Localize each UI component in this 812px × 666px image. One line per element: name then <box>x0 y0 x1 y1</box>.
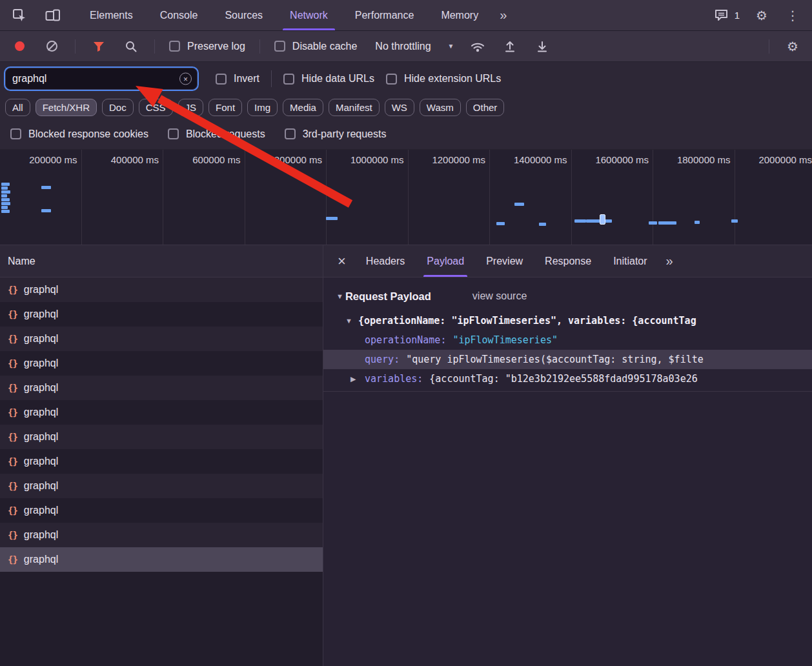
filter-toggle-button[interactable] <box>90 37 108 56</box>
request-row[interactable]: {}graphql <box>0 425 323 449</box>
waterfall-overview[interactable]: 200000 ms400000 ms600000 ms800000 ms1000… <box>0 150 812 245</box>
checkbox-box <box>216 74 227 85</box>
tab-memory[interactable]: Memory <box>427 0 492 30</box>
request-row[interactable]: {}graphql <box>0 302 323 327</box>
timeline-activity-bar <box>1 190 10 194</box>
detail-tab-preview[interactable]: Preview <box>475 245 534 277</box>
devtools-window: ElementsConsoleSourcesNetworkPerformance… <box>0 0 812 666</box>
request-row[interactable]: {}graphql <box>0 523 323 547</box>
more-detail-tabs-icon[interactable]: » <box>658 254 681 268</box>
tabbar-left-icons <box>0 6 76 25</box>
issues-count: 1 <box>735 10 740 21</box>
timeline-bars <box>0 150 812 245</box>
request-name: graphql <box>24 480 58 492</box>
hide-data-urls-checkbox[interactable]: Hide data URLs <box>283 73 374 85</box>
clear-filter-button[interactable]: × <box>179 73 192 85</box>
more-tabs-icon[interactable]: » <box>492 8 514 23</box>
filter-chip-manifest[interactable]: Manifest <box>329 99 380 116</box>
toolbar-divider <box>769 39 769 54</box>
detail-tab-initiator[interactable]: Initiator <box>602 245 658 277</box>
clear-network-log-button[interactable] <box>43 37 61 56</box>
filter-chip-css[interactable]: CSS <box>139 99 173 116</box>
detail-tab-payload[interactable]: Payload <box>416 245 475 277</box>
filter-chip-doc[interactable]: Doc <box>102 99 134 116</box>
filter-chip-ws[interactable]: WS <box>385 99 414 116</box>
checkbox-blocked-requests[interactable]: Blocked requests <box>168 128 265 140</box>
filter-chip-all[interactable]: All <box>5 99 30 116</box>
filter-chip-fetch-xhr[interactable]: Fetch/XHR <box>36 99 97 116</box>
preserve-log-checkbox[interactable]: Preserve log <box>169 41 245 52</box>
throttling-dropdown[interactable]: No throttling ▼ <box>375 41 454 52</box>
payload-root-row[interactable]: ▼ {operationName: "ipFlowTimeseries", va… <box>323 311 812 330</box>
import-har-button[interactable] <box>501 37 519 56</box>
timeline-activity-bar <box>586 219 612 223</box>
filter-chip-other[interactable]: Other <box>466 99 505 116</box>
request-row[interactable]: {}graphql <box>0 376 323 400</box>
payload-entry-row[interactable]: ▶ variables: {accountTag: "b12e3b2192ee5… <box>323 369 812 388</box>
timeline-activity-bar <box>695 221 700 224</box>
checkbox-3rd-party-requests[interactable]: 3rd-party requests <box>285 128 387 140</box>
invert-label: Invert <box>234 73 259 85</box>
settings-gear-icon[interactable]: ⚙ <box>753 6 771 25</box>
payload-tree: ▼ {operationName: "ipFlowTimeseries", va… <box>323 311 812 392</box>
request-name: graphql <box>24 333 58 345</box>
timeline-activity-bar <box>1 187 8 190</box>
network-conditions-button[interactable] <box>469 37 487 56</box>
collapse-payload-icon[interactable]: ▼ <box>336 293 343 300</box>
search-button[interactable] <box>122 37 140 56</box>
hide-data-urls-label: Hide data URLs <box>301 73 374 85</box>
request-name: graphql <box>24 358 58 369</box>
payload-entry-row[interactable]: operationName: "ipFlowTimeseries" <box>323 330 812 350</box>
filter-chip-js[interactable]: JS <box>178 99 204 116</box>
export-har-button[interactable] <box>533 37 551 56</box>
disable-cache-checkbox[interactable]: Disable cache <box>274 41 358 52</box>
tab-network[interactable]: Network <box>276 0 341 30</box>
request-row[interactable]: {}graphql <box>0 400 323 425</box>
request-payload-title: Request Payload <box>345 290 431 303</box>
checkbox-box <box>274 41 285 52</box>
timeline-activity-bar <box>539 223 546 226</box>
detail-tab-response[interactable]: Response <box>534 245 602 277</box>
kebab-menu-icon[interactable]: ⋮ <box>784 6 802 25</box>
request-name: graphql <box>24 529 58 541</box>
filter-input[interactable] <box>5 68 198 90</box>
timeline-activity-bar <box>649 221 657 225</box>
main-tab-strip: ElementsConsoleSourcesNetworkPerformance… <box>76 0 492 30</box>
request-row[interactable]: {}graphql <box>0 547 323 572</box>
timeline-activity-bar <box>658 221 676 225</box>
name-header-label: Name <box>8 256 36 267</box>
checkbox-blocked-response-cookies[interactable]: Blocked response cookies <box>10 128 148 140</box>
issues-button[interactable]: 1 <box>713 6 740 25</box>
inspect-element-icon[interactable] <box>10 6 28 25</box>
search-icon <box>125 40 137 53</box>
payload-entry-row-highlighted[interactable]: query: "query ipFlowTimeseries($accountT… <box>323 350 812 369</box>
json-request-icon: {} <box>8 505 17 516</box>
network-settings-gear-icon[interactable]: ⚙ <box>784 37 802 56</box>
request-row[interactable]: {}graphql <box>0 278 323 302</box>
detail-tab-headers[interactable]: Headers <box>355 245 416 277</box>
name-column-header[interactable]: Name <box>0 245 323 278</box>
record-button[interactable] <box>10 37 28 56</box>
tab-performance[interactable]: Performance <box>341 0 428 30</box>
timeline-activity-bar <box>574 219 586 223</box>
tab-sources[interactable]: Sources <box>211 0 276 30</box>
request-row[interactable]: {}graphql <box>0 327 323 351</box>
device-toolbar-icon[interactable] <box>44 6 62 25</box>
close-detail-icon[interactable]: × <box>329 254 355 268</box>
request-row[interactable]: {}graphql <box>0 351 323 376</box>
payload-root-preview: {operationName: "ipFlowTimeseries", vari… <box>358 315 696 327</box>
invert-checkbox[interactable]: Invert <box>216 73 259 85</box>
view-source-link[interactable]: view source <box>472 290 527 302</box>
checkbox-box <box>10 128 21 139</box>
json-request-icon: {} <box>8 285 17 295</box>
request-row[interactable]: {}graphql <box>0 474 323 498</box>
tab-console[interactable]: Console <box>147 0 212 30</box>
filter-chip-img[interactable]: Img <box>247 99 278 116</box>
tab-elements[interactable]: Elements <box>76 0 147 30</box>
request-row[interactable]: {}graphql <box>0 498 323 523</box>
request-row[interactable]: {}graphql <box>0 449 323 474</box>
filter-chip-media[interactable]: Media <box>283 99 323 116</box>
hide-extension-urls-checkbox[interactable]: Hide extension URLs <box>386 73 501 85</box>
filter-chip-font[interactable]: Font <box>208 99 242 116</box>
filter-chip-wasm[interactable]: Wasm <box>420 99 461 116</box>
